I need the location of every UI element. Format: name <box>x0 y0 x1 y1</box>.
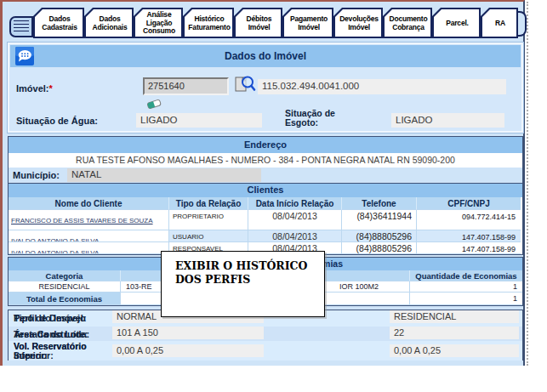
tab-pagamento-imovel[interactable]: Pagamento Imóvel <box>282 8 333 38</box>
tab-ra[interactable]: RA <box>481 8 518 38</box>
panel-header-band: Dados do Imóvel <box>10 45 521 67</box>
municipio-field: NATAL <box>67 168 261 182</box>
situacao-esgoto-label: Situação de Esgoto: <box>285 109 366 128</box>
client-cpf: 147.407.158-99 <box>417 242 521 254</box>
panel-dados-do-imovel: Dados do Imóvel Imóvel:* 2751640 115.032… <box>8 43 523 133</box>
client-data-inicio: 08/04/2013 <box>248 210 342 230</box>
col-categoria: Categoria <box>9 270 121 281</box>
tab-historico-faturamento[interactable]: Histórico Faturamento <box>183 8 234 38</box>
search-imovel-icon[interactable] <box>234 73 256 99</box>
col-tipo-da-relacao: Tipo da Relação <box>169 197 248 210</box>
imovel-label: Imóvel:* <box>16 83 53 94</box>
client-telefone: (84)88805296 <box>342 230 417 242</box>
tab-bar: Dados Cadastrais Dados Adicionais Anális… <box>9 7 527 38</box>
tab-documento-cobranca[interactable]: Documento Cobrança <box>383 8 432 38</box>
client-data-inicio: 08/04/2013 <box>248 230 342 242</box>
imovel-inscricao-field: 115.032.494.0041.000 <box>258 79 506 94</box>
vol-reservatorio-inferior-field: 0,00 A 0,25 <box>112 344 264 357</box>
col-quantidade-economias: Quantidade de Economias <box>410 270 522 281</box>
col-cpf-cnpj: CPF/CNPJ <box>417 197 521 210</box>
tab-dados-cadastrais[interactable]: Dados Cadastrais <box>33 8 84 38</box>
client-telefone: (84)36411944 <box>342 210 417 230</box>
table-row: IVALDO ANTONIO DA SILVA USUARIO 08/04/20… <box>9 230 521 242</box>
economia-quantidade: 1 <box>410 281 522 293</box>
tipo-despejo-label: Tipo de Despejo <box>14 313 86 323</box>
tab-stack-icon[interactable] <box>9 16 33 37</box>
situacao-agua-label: Situação de Água: <box>16 116 98 126</box>
tab-overflow-edge <box>518 11 527 37</box>
eraser-icon[interactable] <box>145 97 162 114</box>
tooltip-exibir-historico-perfis: EXIBIR O HISTÓRICO DOS PERFIS <box>161 251 325 317</box>
situacao-agua-field: LIGADO <box>136 113 262 128</box>
property-data-window: Dados Cadastrais Dados Adicionais Anális… <box>0 0 547 392</box>
client-cpf: 147.407.158-99 <box>417 230 521 242</box>
situacao-esgoto-field: LIGADO <box>391 113 504 128</box>
tipo-despejo-field: RESIDENCIAL <box>390 310 519 323</box>
client-cpf: 094.772.414-15 <box>417 210 521 230</box>
tab-devolucoes-imovel[interactable]: Devoluções Imóvel <box>333 8 383 38</box>
tab-analise-ligacao-consumo[interactable]: Análise Ligação Consumo <box>134 8 183 38</box>
vol-reservatorio-superior-field: 0,00 A 0,25 <box>390 344 519 357</box>
col-data-inicio-relacao: Data Início Relação <box>248 197 342 210</box>
client-name-link[interactable]: IVALDO ANTONIO DA SILVA <box>11 249 99 254</box>
testada-lote-field: 22 <box>390 327 519 339</box>
col-nome-do-cliente: Nome do Cliente <box>9 197 169 210</box>
detalhes-row: Vol. Reservatório Inferior: 0,00 A 0,25 … <box>9 341 522 361</box>
section-endereco: Endereço RUA TESTE AFONSO MAGALHAES - NU… <box>8 136 523 185</box>
section-clientes: Clientes Nome do Cliente Tipo da Relação… <box>8 183 523 255</box>
total-economias-label: Total de Economias <box>9 293 121 305</box>
testada-lote-label: Testada do Lote: <box>14 329 88 339</box>
col-telefone: Telefone <box>342 197 417 210</box>
page-content: Dados Cadastrais Dados Adicionais Anális… <box>0 0 525 366</box>
required-asterisk: * <box>49 83 53 94</box>
client-tipo: PROPRIETARIO <box>169 210 248 230</box>
endereco-address: RUA TESTE AFONSO MAGALHAES - NUMERO - 38… <box>9 153 522 168</box>
clientes-title: Clientes <box>9 184 522 197</box>
tab-parcelamento[interactable]: Parcel. <box>432 8 481 38</box>
clientes-header-row: Nome do Cliente Tipo da Relação Data Iní… <box>9 197 521 210</box>
endereco-title: Endereço <box>9 137 522 153</box>
detalhes-row: Área Construída: 101 A 150 Testada do Lo… <box>9 327 522 341</box>
panel-title: Dados do Imóvel <box>10 50 521 62</box>
tab-debitos-imovel[interactable]: Débitos Imóvel <box>234 8 282 38</box>
municipio-row: Município: NATAL <box>9 168 522 184</box>
total-economias-value: 1 <box>410 293 522 305</box>
imovel-matricula-input[interactable]: 2751640 <box>143 77 229 95</box>
section-detalhes-imovel: Perfil do Imóvel: NORMAL Tipo de Despejo… <box>8 310 523 361</box>
table-row: FRANCISCO DE ASSIS TAVARES DE SOUZA PROP… <box>9 210 521 230</box>
area-construida-field: 101 A 150 <box>112 327 264 339</box>
client-name-link[interactable]: FRANCISCO DE ASSIS TAVARES DE SOUZA <box>11 217 153 225</box>
vol-reservatorio-superior-label: Vol. Reservatório Superior: <box>14 342 109 361</box>
client-tipo: USUARIO <box>169 230 248 242</box>
municipio-label: Município: <box>13 170 60 180</box>
economia-categoria: RESIDENCIAL <box>9 281 121 293</box>
tab-dados-adicionais[interactable]: Dados Adicionais <box>84 8 134 38</box>
client-telefone: (84)88805296 <box>342 242 417 254</box>
